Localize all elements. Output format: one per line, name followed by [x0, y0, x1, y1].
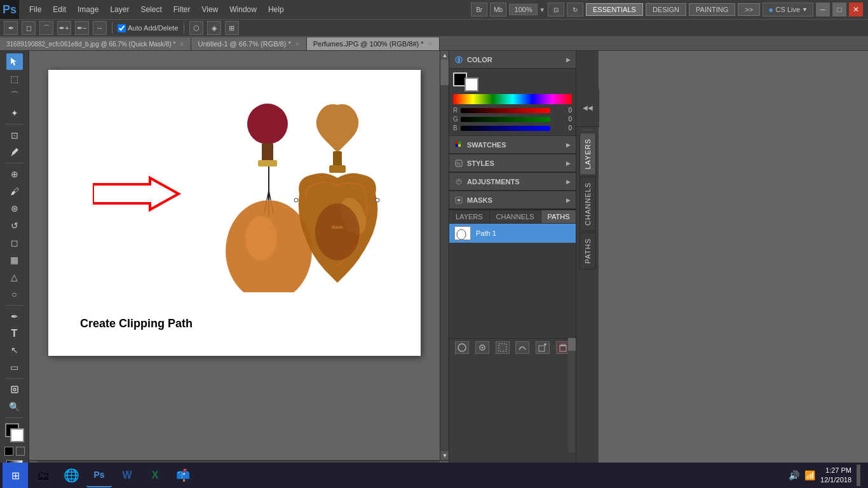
vs-thumb[interactable] [440, 60, 449, 85]
tool-heal[interactable]: ⊕ [6, 166, 23, 182]
tab-close-0[interactable]: ✕ [179, 41, 184, 48]
canvas-area[interactable]: Avon Create Clipping Path [29, 51, 440, 460]
tool-blur[interactable]: △ [6, 269, 23, 285]
taskbar-speaker-icon[interactable]: 🔊 [789, 470, 799, 480]
blue-slider-track[interactable] [461, 126, 550, 131]
green-slider-track[interactable] [461, 117, 550, 122]
mini-bridge-button[interactable]: Mb [490, 3, 506, 17]
tab-layers[interactable]: LAYERS [449, 210, 490, 223]
zoom-input[interactable] [509, 4, 538, 15]
masks-panel-header[interactable]: MASKS ▶ [449, 191, 576, 209]
adjustments-panel-header[interactable]: ADJUSTMENTS ▶ [449, 173, 576, 191]
paths-scroll-thumb[interactable] [568, 338, 576, 351]
vs-track[interactable] [440, 60, 449, 451]
styles-panel-header[interactable]: fx STYLES ▶ [449, 154, 576, 172]
taskbar-word[interactable]: W [114, 463, 140, 487]
swatches-panel-chevron[interactable]: ▶ [566, 142, 571, 148]
styles-panel-chevron[interactable]: ▶ [566, 160, 571, 166]
pen-minus-option[interactable]: ✒− [75, 21, 89, 35]
menu-view[interactable]: View [196, 3, 223, 17]
far-right-paths[interactable]: PATHS [580, 233, 596, 269]
expand-arrow[interactable]: ◀◀ [583, 104, 593, 111]
tab-close-1[interactable]: ✕ [295, 41, 300, 48]
show-desktop-button[interactable] [857, 464, 860, 486]
pen-plus-option[interactable]: ✒+ [57, 21, 71, 35]
bg-color-swatch[interactable] [465, 78, 478, 92]
window-close[interactable]: ✕ [849, 3, 863, 17]
taskbar-outlook[interactable]: 📫 [170, 463, 196, 487]
standard-mode-icon[interactable] [16, 447, 25, 456]
red-slider-track[interactable] [461, 108, 550, 113]
screen-mode-button[interactable]: ⊡ [548, 3, 564, 17]
auto-add-delete-checkbox[interactable]: Auto Add/Delete [118, 24, 179, 32]
color-panel-chevron[interactable]: ▶ [566, 57, 571, 63]
tool-color-fg-bg[interactable] [5, 423, 24, 442]
cs-live-button[interactable]: ● CS Live ▼ [763, 3, 813, 17]
tab-paths[interactable]: PATHS [541, 210, 577, 223]
masks-panel-chevron[interactable]: ▶ [566, 197, 571, 203]
pen-tool-option[interactable]: ✒ [4, 21, 18, 35]
workspace-essentials[interactable]: ESSENTIALS [586, 3, 643, 16]
menu-image[interactable]: Image [72, 3, 104, 17]
far-right-layers[interactable]: LAYERS [580, 133, 596, 175]
tool-history-brush[interactable]: ↺ [6, 217, 23, 234]
taskbar-photoshop[interactable]: Ps [86, 463, 112, 487]
make-work-path-button[interactable] [515, 341, 529, 354]
adjustments-panel-chevron[interactable]: ▶ [566, 179, 571, 185]
menu-layer[interactable]: Layer [105, 3, 134, 17]
vs-arrow-down[interactable]: ▼ [440, 451, 449, 460]
tool-lasso[interactable]: ⌒ [6, 88, 23, 104]
menu-file[interactable]: File [24, 3, 46, 17]
auto-add-delete-check[interactable] [118, 24, 126, 32]
fill-path-button[interactable] [455, 341, 469, 354]
tab-0[interactable]: 31689190882_ecfc061e8d_b.jpg @ 66.7% (Qu… [0, 37, 191, 50]
stroke-path-button[interactable] [475, 341, 489, 354]
freeform-option[interactable]: ⌒ [39, 21, 53, 35]
convert-option[interactable]: ↔ [93, 21, 107, 35]
menu-filter[interactable]: Filter [168, 3, 196, 17]
window-minimize[interactable]: ─ [816, 3, 830, 17]
vs-arrow-up[interactable]: ▲ [440, 51, 449, 60]
tool-transform[interactable] [6, 381, 23, 398]
swatches-panel-header[interactable]: SWATCHES ▶ [449, 136, 576, 154]
opt-icon1[interactable]: ⬡ [189, 21, 203, 35]
taskbar-explorer[interactable]: 🗂 [31, 463, 56, 487]
tool-marquee[interactable]: ⬚ [6, 71, 23, 87]
tab-close-2[interactable]: ✕ [428, 41, 433, 48]
menu-window[interactable]: Window [224, 3, 262, 17]
taskbar-chrome[interactable]: 🌐 [58, 463, 84, 487]
rotate-view-button[interactable]: ↻ [567, 3, 583, 17]
far-right-channels[interactable]: CHANNELS [580, 177, 596, 231]
window-maximize[interactable]: □ [832, 3, 846, 17]
quick-mask-icon[interactable] [4, 447, 13, 456]
menu-select[interactable]: Select [135, 3, 166, 17]
tool-dodge[interactable]: ○ [6, 286, 23, 302]
taskbar-clock[interactable]: 1:27 PM 12/1/2018 [820, 466, 851, 485]
canvas-v-scrollbar[interactable]: ▲ ▼ [440, 51, 449, 460]
tool-text[interactable]: T [6, 325, 23, 342]
tab-2[interactable]: Perfumes.JPG @ 100% (RGB/8#) * ✕ [307, 37, 440, 50]
workspace-more[interactable]: >> [738, 3, 760, 16]
tool-crop[interactable]: ⊡ [6, 127, 23, 144]
tab-channels[interactable]: CHANNELS [490, 210, 541, 223]
tool-shape[interactable]: ▭ [6, 359, 23, 376]
opt-icon3[interactable]: ⊞ [225, 21, 239, 35]
tool-path-select[interactable]: ↖ [6, 342, 23, 359]
paths-scroll[interactable] [568, 338, 576, 452]
tool-gradient[interactable]: ▦ [6, 252, 23, 268]
tool-bg-color[interactable] [10, 428, 24, 442]
tool-pen[interactable]: ✒ [6, 308, 23, 325]
bridge-button[interactable]: Br [471, 3, 487, 17]
tool-magic-wand[interactable]: ✦ [6, 105, 23, 121]
load-as-selection-button[interactable] [496, 341, 510, 354]
tool-selection[interactable] [6, 53, 23, 70]
menu-edit[interactable]: Edit [48, 3, 71, 17]
tool-brush[interactable]: 🖌 [6, 183, 23, 200]
start-button[interactable]: ⊞ [3, 463, 28, 488]
opt-icon2[interactable]: ◈ [207, 21, 221, 35]
taskbar-excel[interactable]: X [142, 463, 168, 487]
taskbar-network-icon[interactable]: 📶 [804, 470, 815, 480]
tool-clone[interactable]: ⊛ [6, 200, 23, 217]
color-panel-header[interactable]: COLOR ▶ [449, 51, 576, 69]
path-row-1[interactable]: Path 1 [449, 224, 576, 243]
